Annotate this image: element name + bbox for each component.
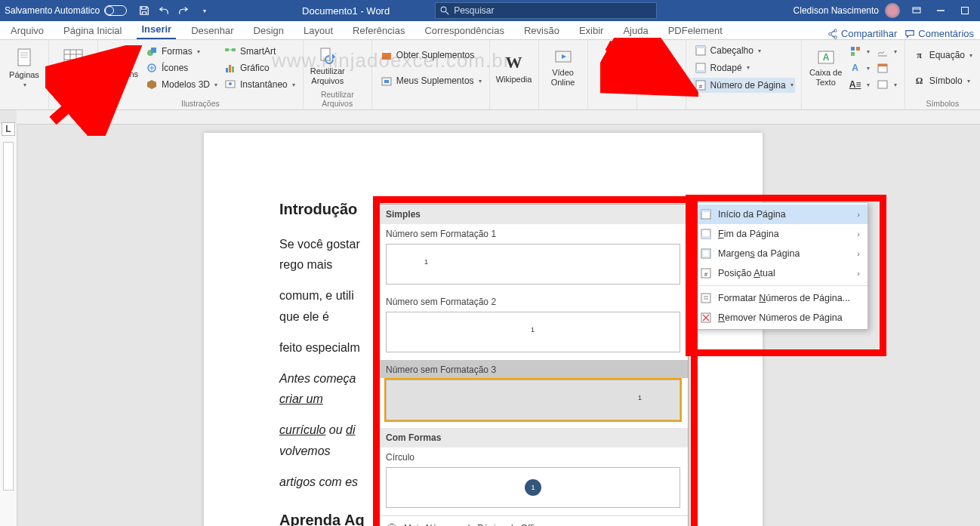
autosave-switch-icon[interactable] bbox=[104, 5, 127, 16]
formas-button[interactable]: Formas▾ bbox=[143, 44, 219, 59]
tabela-button[interactable]: Tabela▾ bbox=[55, 43, 91, 93]
tab-design[interactable]: Design bbox=[249, 22, 288, 39]
svg-rect-23 bbox=[384, 80, 389, 83]
parts-icon bbox=[849, 45, 862, 58]
wikipedia-label: Wikipedia bbox=[496, 75, 532, 84]
gallery-more-office[interactable]: Mais Números de Página do Office.com › bbox=[378, 515, 688, 526]
page-number-gallery: Simples Número sem Formatação 1 1 Número… bbox=[378, 204, 689, 526]
wordart-button[interactable]: A▾ bbox=[847, 60, 871, 75]
svg-rect-13 bbox=[225, 48, 229, 51]
link-icon bbox=[603, 50, 621, 66]
gallery-item-nf1[interactable]: 1 bbox=[386, 244, 680, 285]
wikipedia-button[interactable]: W Wikipedia bbox=[496, 43, 532, 93]
group-label: Tabelas bbox=[55, 97, 91, 108]
icones-label: Ícones bbox=[162, 63, 188, 73]
obter-suplementos-button[interactable]: Obter Suplementos bbox=[378, 48, 483, 63]
table-icon bbox=[63, 49, 83, 67]
qat-more-icon[interactable]: ▾ bbox=[198, 4, 211, 17]
icons-icon bbox=[145, 61, 159, 75]
tab-exibir[interactable]: Exibir bbox=[575, 22, 609, 39]
meus-supl-label: Meus Suplementos bbox=[396, 75, 474, 86]
grafico-button[interactable]: Gráfico bbox=[222, 60, 297, 75]
group-simbolos: πEquação▾ ΩSímbolo▾ Símbolos bbox=[905, 40, 980, 109]
maximize-icon[interactable] bbox=[954, 0, 975, 21]
comments-button[interactable]: Comentários bbox=[904, 28, 974, 39]
search-box[interactable]: Pesquisar bbox=[435, 2, 657, 19]
menu-item-fim-pagina[interactable]: Fim da Página › bbox=[692, 224, 868, 244]
tab-arquivo[interactable]: Arquivo bbox=[6, 22, 48, 39]
menu-item-formatar-numeros[interactable]: Formatar Números de Página... bbox=[692, 288, 868, 308]
smartart-button[interactable]: SmartArt bbox=[222, 44, 297, 59]
quickparts-button[interactable]: ▾ bbox=[847, 44, 871, 59]
icones-button[interactable]: Ícones bbox=[143, 60, 219, 75]
links-button[interactable]: Links▾ bbox=[594, 43, 630, 93]
cabecalho-button[interactable]: Cabeçalho▾ bbox=[692, 43, 795, 58]
sample-number: 1 bbox=[638, 394, 642, 401]
tab-ajuda[interactable]: Ajuda bbox=[618, 22, 652, 39]
signature-button[interactable]: ▾ bbox=[874, 44, 898, 59]
tab-layout[interactable]: Layout bbox=[299, 22, 337, 39]
tab-correspondencias[interactable]: Correspondências bbox=[420, 22, 509, 39]
imagens-button[interactable]: Imagens▾ bbox=[104, 43, 140, 93]
object-button[interactable]: ▾ bbox=[874, 77, 898, 92]
tab-pdfelement[interactable]: PDFelement bbox=[664, 22, 727, 39]
menu-item-posicao-atual[interactable]: # Posição Atual › bbox=[692, 263, 868, 283]
menu-item-remover-numeros[interactable]: Remover Números de Página bbox=[692, 308, 868, 328]
datetime-button[interactable] bbox=[874, 60, 898, 75]
links-label: Links bbox=[602, 69, 622, 78]
ribbon-display-icon[interactable] bbox=[906, 0, 927, 21]
chevron-down-icon: ▾ bbox=[292, 82, 295, 88]
ribbon-tabs: Arquivo Página Inicial Inserir Desenhar … bbox=[0, 21, 980, 40]
group-ilustracoes: Imagens▾ Formas▾ Ícones Modelos 3D▾ Smar… bbox=[98, 40, 304, 109]
menu-item-margens-pagina[interactable]: Margens da Página › bbox=[692, 244, 868, 263]
redo-icon[interactable] bbox=[177, 4, 190, 17]
share-label: Compartilhar bbox=[841, 28, 897, 39]
comentario-button[interactable]: Comentário bbox=[643, 43, 680, 93]
tab-inserir[interactable]: Inserir bbox=[137, 20, 176, 39]
user-area[interactable]: Cledison Nascimento bbox=[794, 0, 975, 21]
gallery-item-circulo[interactable]: 1 bbox=[386, 467, 680, 508]
dropcap-button[interactable]: A≡▾ bbox=[847, 77, 871, 92]
footer-icon bbox=[694, 61, 707, 75]
instantaneo-button[interactable]: Instantâneo▾ bbox=[222, 77, 297, 92]
meus-suplementos-button[interactable]: Meus Suplementos▾ bbox=[378, 73, 483, 88]
document-title: Documento1 - Word bbox=[302, 5, 390, 17]
title-bar: Salvamento Automático ▾ Documento1 - Wor… bbox=[0, 0, 980, 21]
chevron-down-icon: ▾ bbox=[479, 78, 482, 85]
menu-item-inicio-pagina[interactable]: Início da Página › bbox=[692, 205, 868, 224]
save-icon[interactable] bbox=[137, 4, 151, 17]
tab-referencias[interactable]: Referências bbox=[348, 22, 409, 39]
group-wikipedia: W Wikipedia bbox=[490, 40, 539, 109]
gallery-item-nf3[interactable]: 1 bbox=[386, 380, 680, 420]
chevron-down-icon: ▾ bbox=[747, 64, 750, 71]
modelos3d-button[interactable]: Modelos 3D▾ bbox=[143, 77, 219, 92]
svg-rect-37 bbox=[878, 64, 887, 66]
reutilizar-button[interactable]: Reutilizar Arquivos bbox=[310, 43, 346, 88]
video-button[interactable]: Vídeo Online bbox=[545, 43, 581, 93]
share-button[interactable]: Compartilhar bbox=[827, 28, 897, 39]
svg-rect-17 bbox=[232, 66, 234, 72]
reuse-icon bbox=[319, 46, 337, 64]
separator bbox=[692, 285, 868, 286]
gallery-item-nf2[interactable]: 1 bbox=[386, 312, 680, 352]
numero-pagina-button[interactable]: #Número de Página▾ bbox=[692, 78, 795, 93]
autosave-toggle[interactable]: Salvamento Automático bbox=[5, 5, 127, 16]
tab-selector[interactable]: L bbox=[2, 122, 15, 136]
rodape-button[interactable]: Rodapé▾ bbox=[692, 60, 795, 75]
equacao-button[interactable]: πEquação▾ bbox=[911, 48, 974, 63]
paginas-button[interactable]: Páginas▾ bbox=[6, 43, 42, 93]
chevron-down-icon: ▾ bbox=[969, 52, 972, 59]
tab-desenhar[interactable]: Desenhar bbox=[186, 22, 238, 39]
svg-rect-15 bbox=[226, 68, 228, 72]
caixa-texto-button[interactable]: A Caixa de Texto bbox=[808, 43, 844, 93]
chart-icon bbox=[223, 61, 237, 75]
tab-revisao[interactable]: Revisão bbox=[519, 22, 564, 39]
rodape-label: Rodapé bbox=[710, 63, 742, 73]
gallery-section-simples: Simples bbox=[378, 205, 688, 224]
chevron-down-icon: ▾ bbox=[867, 65, 870, 72]
undo-icon[interactable] bbox=[157, 4, 171, 17]
chevron-down-icon: ▾ bbox=[867, 82, 870, 88]
minimize-icon[interactable] bbox=[930, 0, 951, 21]
tab-pagina-inicial[interactable]: Página Inicial bbox=[59, 22, 126, 39]
simbolo-button[interactable]: ΩSímbolo▾ bbox=[911, 73, 974, 88]
